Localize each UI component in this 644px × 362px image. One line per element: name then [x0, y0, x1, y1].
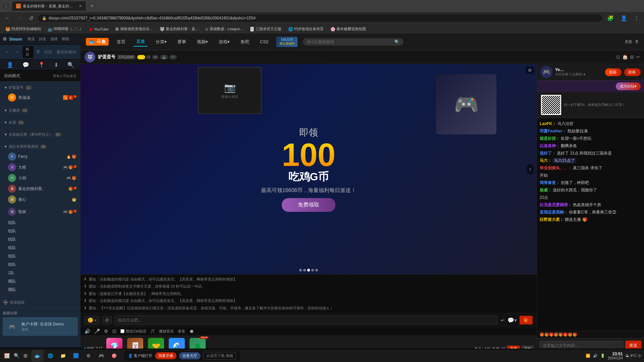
new-tab[interactable]: + [87, 1, 97, 11]
music-icon[interactable]: 🎵 [150, 329, 155, 334]
mic-btn[interactable]: 🎤 [94, 328, 100, 334]
nav-home[interactable]: 首页 [114, 38, 128, 46]
channel-dagen[interactable]: 大 大根 🎮🎁 [0, 162, 80, 173]
nav-fishbar[interactable]: 鱼吧 [238, 38, 252, 46]
search-input[interactable] [307, 40, 392, 44]
section-title-welcome[interactable]: ▼ 欢迎 (1) [0, 118, 80, 127]
subscribe-btn[interactable]: 跟着· [624, 68, 641, 76]
steam-nav-bar[interactable]: 商店 [23, 46, 34, 58]
download-video-btn[interactable]: 从该页下载 视频 [203, 352, 236, 360]
bookmark-1[interactable]: 🐯 阿虎同学的储物间 [3, 26, 44, 32]
section-title-main[interactable]: ▼ 驴蛋蛋号 (1) [0, 83, 80, 92]
steam-nav-community[interactable]: 社区 [43, 49, 54, 56]
add-game-btn[interactable]: ➕ 添加游戏 [0, 298, 80, 306]
nav-videos[interactable]: 视频▾ [194, 38, 211, 46]
record-icon[interactable]: ⏺ [189, 328, 194, 334]
ctrl-talk-checkbox[interactable] [120, 329, 124, 333]
team-6[interactable]: 组队 [0, 260, 80, 269]
channel-baozou[interactable]: 暴 暴走的狼剑客、 🎁 [0, 183, 80, 194]
team-1[interactable]: 组队 [0, 219, 80, 227]
section-title-vip[interactable]: ▼ 洞主专用开黑房间 (6) [0, 142, 80, 151]
channel-jixin[interactable]: 激 激心 👑 [0, 194, 80, 205]
tab-close-btn[interactable]: × [79, 3, 82, 9]
steam-icon-person[interactable]: 👤 [7, 62, 13, 68]
task-btn[interactable]: 任务大厅 [179, 352, 201, 359]
team-en1[interactable]: 嗯队 [0, 277, 80, 286]
browser-menu-btn[interactable]: ⋮ [3, 3, 9, 9]
steam-nav-help[interactable]: 帮助 [62, 37, 69, 42]
steam-nav-games[interactable]: 游戏 [50, 37, 58, 42]
bookmark-6[interactable]: ⚔ 英雄数据 - League... [202, 26, 246, 32]
home-btn[interactable]: 🏠 [622, 54, 628, 60]
section-title-anchor[interactable]: ▼ 主播房 (2) [0, 106, 80, 115]
channel-xionglin[interactable]: 熊 熊林 🎮🎁 [0, 206, 80, 217]
close-header-btn[interactable]: 关 [635, 39, 639, 44]
extensions-btn[interactable]: 🧩 [605, 14, 616, 22]
channel-xiaohu[interactable]: 小 小胡 🎮🎁 [0, 173, 80, 183]
pip-btn[interactable]: ⊡ [526, 67, 534, 74]
history-btn[interactable]: 历史 [625, 39, 632, 44]
customer-open-btn[interactable]: 我要开播 [155, 352, 176, 359]
settings-btn[interactable]: ⚙ [104, 328, 108, 334]
game-card[interactable]: 🎮 账户卡牌: 生存抉 Demo 游戏 [3, 317, 78, 336]
gift-btn[interactable]: 🎁 [520, 316, 533, 324]
bookmark-5[interactable]: 🐺 暴走的狼剑客・直... [157, 26, 201, 32]
steam-icon-download[interactable]: ⬇ [54, 62, 58, 68]
steam-nav-store[interactable]: 商店 [28, 37, 35, 42]
enter-icon-btn[interactable]: ↵ [500, 317, 505, 323]
nav-events[interactable]: 赛事 [175, 38, 189, 46]
steam-nav-friends[interactable]: 好友 [39, 37, 46, 42]
layout-btn[interactable]: ⊞ [630, 54, 634, 60]
taskbar-app-1[interactable]: 🌐 [44, 350, 56, 362]
theater-btn[interactable]: ⊡ [616, 54, 620, 60]
more-btn[interactable]: ⋮ [632, 14, 641, 22]
steam-nav-lib[interactable]: 库 [35, 49, 42, 56]
major-badge[interactable]: MAJOR 观众领福利 [276, 37, 298, 47]
reload-btn[interactable]: ↺ [27, 14, 35, 22]
steam-nav-username[interactable]: 暴走的银剑 [55, 49, 78, 56]
forward-btn[interactable]: → [15, 14, 24, 22]
taskbar-app-3[interactable]: 🟦 [70, 350, 82, 362]
steam-back-btn[interactable]: ← [3, 49, 11, 55]
ctrl-talk-label[interactable]: 按住Ctrl说话 [120, 329, 146, 334]
bookmark-2[interactable]: 📺 哔哩哔哩（..."...） [45, 26, 86, 32]
main-chat-input[interactable] [115, 315, 498, 325]
nav-games[interactable]: 游戏▾ [216, 38, 232, 46]
scroll-up-btn[interactable]: ↑ [526, 164, 534, 175]
back-btn[interactable]: ← [3, 14, 12, 22]
nav-live[interactable]: 直播 [133, 37, 148, 47]
taskbar-app-4[interactable]: ⚙ [83, 350, 95, 362]
screen-btn[interactable]: ⊡ [112, 328, 116, 334]
team-4[interactable]: 组队 [0, 244, 80, 252]
team-5[interactable]: 组队 [0, 252, 80, 260]
channel-farry[interactable]: F Farry 🔥🎁 [0, 151, 80, 162]
bookmark-7[interactable]: 🃏 三国杀官方正版 [247, 26, 284, 32]
chat-options-btn[interactable]: 💬▾ [507, 317, 517, 323]
search-taskbar-btn[interactable]: 🔍 [12, 352, 21, 360]
profile-btn[interactable]: 👤 [619, 14, 629, 22]
bookmark-youtube[interactable]: ▶ YouTube [87, 26, 111, 32]
team-1dui[interactable]: 1队 [0, 269, 80, 277]
volume-btn[interactable]: 🔊 [85, 328, 90, 334]
team-en2[interactable]: 嗯队 [0, 286, 80, 294]
scissors-btn[interactable]: ✂ [636, 54, 640, 60]
bookmark-4[interactable]: 🏛 湖南省投资项目在... [112, 26, 155, 32]
team-3[interactable]: 组队 [0, 235, 80, 244]
promo-cta-btn[interactable]: 免费领取 [282, 198, 335, 212]
emoji-picker-btn[interactable]: 😊 ▾ [85, 316, 99, 324]
steam-icon-location[interactable]: 📍 [38, 62, 45, 68]
nav-categories[interactable]: 分类▾ [153, 38, 169, 46]
follow-btn[interactable]: 跟着· [605, 68, 622, 76]
steam-forward-btn[interactable]: → [13, 49, 21, 55]
section-title-friends[interactable]: ▼ 水友娱乐房（赛马甲挂之） (5) [0, 130, 80, 139]
start-btn[interactable]: 🪟 [3, 352, 11, 360]
taskbar-app-6[interactable]: 🎯 [108, 350, 120, 362]
taskbar-app-5[interactable]: 🎮 [95, 350, 107, 362]
channel-meizizi[interactable]: M 美滋滋 🍖 🎁 [0, 92, 80, 103]
steam-icon-search[interactable]: 🔍 [67, 62, 74, 68]
address-bar[interactable]: 🔒 douyu.com/2515783?_r=0.34346788679809&… [38, 14, 602, 22]
bookmark-9[interactable]: 🌸 暴米被樱花抱包围 [328, 26, 369, 32]
nav-cs2[interactable]: CS2 [257, 38, 271, 46]
bookmark-8[interactable]: 🌐 约伊兹地址发布页 [285, 26, 326, 32]
taskbar-fish-icon[interactable]: 🐟 [32, 350, 44, 362]
